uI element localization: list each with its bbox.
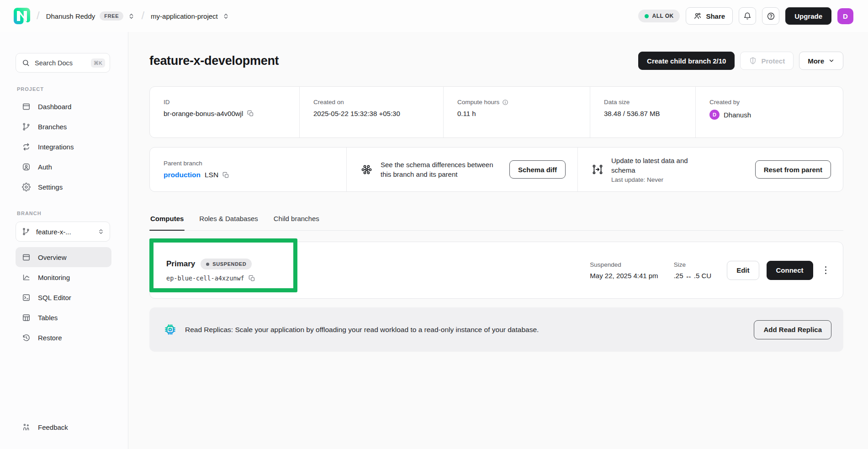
data-size-value: 38.48 / 536.87 MB (604, 110, 660, 117)
parent-branch-link[interactable]: production (164, 171, 201, 179)
kebab-menu-button[interactable] (822, 263, 830, 278)
branches-icon (22, 122, 31, 131)
size-value: .25 ↔ .5 CU (674, 272, 712, 280)
app: / Dhanush Reddy FREE / my-application-pr… (0, 0, 868, 449)
feedback-people-icon (22, 423, 31, 432)
meta-created-on: Created on 2025-05-22 15:32:38 +05:30 (299, 87, 443, 137)
protect-label: Protect (761, 57, 785, 65)
help-icon (767, 12, 775, 21)
sidebar-item-dashboard[interactable]: Dashboard (16, 96, 111, 116)
status-badge[interactable]: ALL OK (638, 10, 680, 22)
sidebar-item-auth[interactable]: Auth (16, 157, 111, 177)
auth-icon (22, 163, 31, 171)
compute-details: Suspended May 22, 2025 4:41 pm Size .25 … (590, 261, 829, 280)
sidebar-item-sql-editor[interactable]: SQL Editor (16, 287, 111, 307)
copy-icon[interactable] (249, 275, 255, 282)
user-avatar[interactable]: D (837, 8, 853, 24)
sidebar-item-label: Auth (38, 163, 52, 171)
schema-diff-button-label: Schema diff (518, 166, 557, 174)
shield-icon (749, 57, 757, 65)
edit-button[interactable]: Edit (727, 261, 759, 280)
create-child-branch-label: Create child branch 2/10 (647, 57, 726, 65)
main-content: feature-x-development Create child branc… (128, 32, 868, 449)
tab-computes[interactable]: Computes (149, 215, 185, 230)
compute-status-label: SUSPENDED (212, 261, 246, 267)
bell-icon (743, 12, 752, 20)
suspended-info: Suspended May 22, 2025 4:41 pm (590, 261, 658, 280)
reset-text: Update to latest data and schema (611, 156, 707, 175)
size-label: Size (674, 261, 712, 268)
chip-icon (163, 322, 177, 337)
parent-branch-card: Parent branch production LSN See the sch… (149, 147, 843, 192)
connect-label: Connect (776, 266, 804, 274)
parent-branch-label: Parent branch (164, 160, 229, 167)
monitoring-icon (22, 273, 31, 282)
sidebar-item-settings[interactable]: Settings (16, 177, 111, 197)
sidebar-item-label: Monitoring (38, 274, 70, 281)
integrations-icon (22, 143, 31, 151)
sidebar-item-integrations[interactable]: Integrations (16, 137, 111, 157)
chevrons-up-down-icon (222, 13, 229, 20)
page-actions: Create child branch 2/10 Protect More (638, 52, 843, 70)
compute-status-badge: SUSPENDED (201, 259, 252, 269)
sidebar-item-monitoring[interactable]: Monitoring (16, 267, 111, 287)
branch-selector[interactable]: feature-x-... (16, 222, 110, 242)
suspended-label: Suspended (590, 261, 658, 268)
schema-diff-section: See the schema differences between this … (346, 148, 577, 191)
parent-branch-section: Parent branch production LSN (150, 148, 346, 191)
sidebar-item-label: Tables (38, 314, 58, 322)
create-child-branch-button[interactable]: Create child branch 2/10 (638, 52, 735, 70)
tab-roles-databases[interactable]: Roles & Databases (198, 215, 259, 230)
copy-icon[interactable] (247, 110, 254, 117)
chevrons-up-down-icon (98, 228, 104, 235)
branch-tabs: Computes Roles & Databases Child branche… (149, 215, 843, 231)
meta-id-label: ID (164, 99, 290, 106)
overview-icon (22, 253, 31, 262)
upgrade-button[interactable]: Upgrade (785, 7, 831, 25)
help-button[interactable] (762, 7, 779, 25)
read-replica-text: Read Replicas: Scale your application by… (185, 326, 539, 334)
sidebar: Search Docs ⌘K PROJECT Dashboard Branche… (0, 32, 128, 449)
schema-diff-text: See the schema differences between this … (381, 160, 502, 179)
compute-row: Primary SUSPENDED ep-blue-cell-a4xzunwf … (149, 242, 843, 299)
sidebar-item-branches[interactable]: Branches (16, 116, 111, 137)
page-title: feature-x-development (149, 54, 279, 68)
reset-from-parent-section: Update to latest data and schema Last up… (577, 148, 843, 191)
reset-from-parent-label: Reset from parent (764, 166, 822, 174)
notifications-button[interactable] (739, 7, 756, 25)
sidebar-item-restore[interactable]: Restore (16, 328, 111, 348)
breadcrumb-account[interactable]: Dhanush Reddy FREE (46, 11, 135, 21)
reset-from-parent-button[interactable]: Reset from parent (755, 160, 831, 179)
plan-badge: FREE (100, 11, 123, 21)
compute-hours-value: 0.11 h (457, 110, 476, 117)
chevrons-up-down-icon (128, 13, 135, 20)
protect-button[interactable]: Protect (740, 52, 794, 70)
page-header: feature-x-development Create child branc… (149, 52, 843, 70)
creator-avatar: D (709, 110, 720, 120)
size-info: Size .25 ↔ .5 CU (674, 261, 712, 280)
copy-icon[interactable] (222, 172, 229, 179)
sidebar-item-overview[interactable]: Overview (16, 247, 111, 267)
sidebar-item-tables[interactable]: Tables (16, 307, 111, 328)
schema-molecule-icon (360, 164, 373, 176)
created-on-value: 2025-05-22 15:32:38 +05:30 (313, 110, 400, 117)
connect-button[interactable]: Connect (767, 261, 813, 280)
add-read-replica-label: Add Read Replica (763, 326, 822, 333)
share-button[interactable]: Share (686, 7, 733, 25)
sidebar-item-label: Overview (38, 254, 67, 261)
breadcrumb-project[interactable]: my-application-project (151, 12, 229, 20)
compute-hours-label: Compute hours (457, 99, 499, 106)
sidebar-item-feedback[interactable]: Feedback (16, 417, 111, 437)
schema-diff-button[interactable]: Schema diff (509, 160, 566, 179)
add-read-replica-button[interactable]: Add Read Replica (754, 320, 831, 339)
status-dot-icon (206, 263, 209, 266)
branch-section-label: BRANCH (17, 211, 111, 216)
meta-id: ID br-orange-bonus-a4v00wjl (150, 87, 299, 137)
more-button[interactable]: More (799, 52, 843, 70)
tab-child-branches[interactable]: Child branches (273, 215, 320, 230)
neon-logo-icon[interactable] (14, 8, 30, 24)
info-icon[interactable] (502, 99, 508, 106)
search-docs-input[interactable]: Search Docs ⌘K (16, 53, 110, 73)
breadcrumb-separator: / (37, 9, 40, 22)
sidebar-item-label: Integrations (38, 143, 74, 151)
